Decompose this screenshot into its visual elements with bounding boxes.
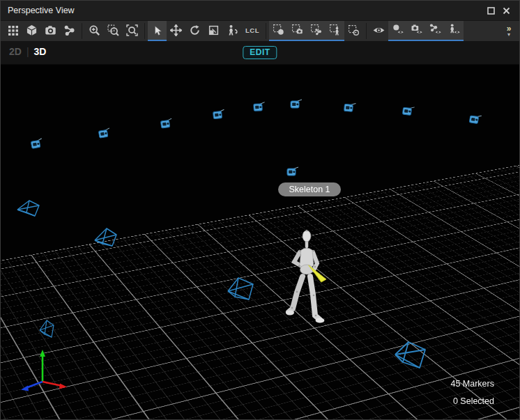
skeleton-manipulate-button[interactable] [223,21,242,41]
view-mode-strip: 2D | 3D EDIT [1,41,519,65]
select-filter-cameras-button[interactable] [288,21,307,40]
toolbar-separator [266,23,266,39]
select-cursor-icon [152,25,163,36]
layout-grid-icon [8,25,19,36]
marker-count: 45 Markers [450,379,494,389]
view-mode-toggle: 2D | 3D [9,46,46,57]
camera-icon[interactable] [343,102,356,113]
devices-hub-icon [63,24,75,36]
show-markers-button[interactable] [388,21,407,40]
zoom-in-icon [89,24,100,36]
caret-down-icon: ▾ [507,32,510,38]
translate-icon [170,24,182,36]
select-other-icon [348,24,360,36]
select-skeletons-icon [329,24,341,36]
zoom-in-button[interactable] [85,21,104,41]
axis-z-arrow [26,382,43,388]
eye-icon [372,24,385,36]
select-filter-skeletons-button[interactable] [326,21,344,40]
selected-count: 0 Selected [453,396,494,406]
viewport-3d[interactable]: 2D | 3D EDIT [1,41,519,420]
toolbar-separator [366,23,367,39]
show-cameras-button[interactable] [407,21,426,40]
camera-view-button[interactable] [41,21,60,41]
select-filter-other-button[interactable] [344,21,363,41]
select-tool-button[interactable] [148,21,167,41]
camera-icon[interactable] [402,105,415,117]
maximize-button[interactable] [483,3,498,17]
show-cameras-icon [411,24,423,36]
camera-icon[interactable] [290,99,303,109]
camera-icon[interactable] [286,166,299,177]
select-filter-markers-button[interactable] [269,21,288,40]
translate-tool-button[interactable] [167,21,185,41]
mode-2d-button[interactable]: 2D [9,46,22,57]
title-bar: Perspective View [1,1,519,20]
close-button[interactable] [498,3,514,17]
camera-icon[interactable] [212,109,225,120]
layout-grid-button[interactable] [3,21,22,41]
select-markers-icon [273,24,284,36]
close-icon [503,7,510,15]
camera-icon[interactable] [30,138,44,150]
axis-x-arrow [43,382,62,386]
show-skeletons-icon [448,24,461,36]
toolbar-overflow-button[interactable]: » ▾ [501,21,517,41]
mode-divider: | [26,46,29,57]
skeleton-actor[interactable] [278,199,337,325]
show-assets-button[interactable] [426,21,445,40]
perspective-view-window: Perspective View [0,0,520,420]
devices-hub-button[interactable] [60,21,79,41]
show-assets-icon [429,24,442,36]
camera-icon[interactable] [468,114,482,125]
zoom-region-button[interactable] [104,21,123,41]
skeleton-name-badge: Skeleton 1 [278,182,341,196]
maximize-icon [487,7,495,15]
zoom-region-icon [107,24,119,36]
zoom-fit-button[interactable] [123,21,142,41]
edit-button[interactable]: EDIT [243,46,277,59]
camera-icon[interactable] [253,102,266,113]
cube-icon [26,24,38,36]
viewport-toolbar: LCL [1,20,519,41]
camera-icon [45,24,56,36]
cameras-layer [1,41,519,420]
scale-tool-button[interactable] [204,21,223,41]
mode-3d-button[interactable]: 3D [34,46,47,57]
select-assets-icon [310,24,322,36]
scene-cube-button[interactable] [22,21,41,41]
show-toggle-group [388,21,464,41]
window-title: Perspective View [8,6,483,15]
skeleton-manipulate-icon [227,24,239,36]
select-cameras-icon [291,24,303,36]
zoom-fit-icon [126,24,138,36]
scale-icon [208,24,220,36]
show-markers-icon [392,24,404,36]
lcl-coordinate-button[interactable]: LCL [242,21,263,41]
select-filter-group [269,21,344,41]
rotate-tool-button[interactable] [185,21,204,41]
toolbar-separator [82,23,82,39]
camera-icon[interactable] [98,127,112,140]
rotate-icon [189,24,201,36]
axis-gizmo [15,345,77,400]
show-skeletons-button[interactable] [445,21,464,40]
toolbar-separator [144,23,145,39]
visibility-button[interactable] [369,21,388,41]
select-filter-assets-button[interactable] [307,21,326,40]
camera-icon[interactable] [160,118,174,130]
